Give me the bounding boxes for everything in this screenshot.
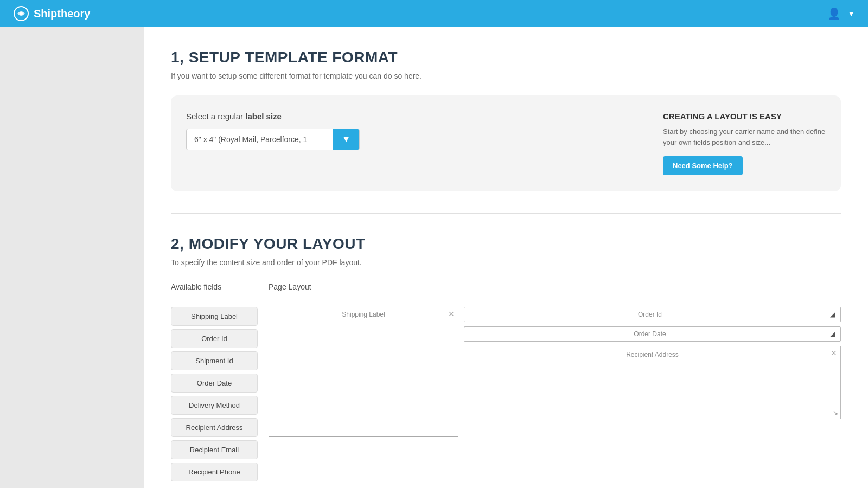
label-size-dropdown-button[interactable]: ▼: [333, 129, 359, 150]
field-recipient-address[interactable]: Recipient Address: [171, 418, 258, 437]
shipping-label-box-title: Shipping Label: [342, 311, 385, 318]
help-button[interactable]: Need Some Help?: [663, 156, 743, 175]
recipient-address-close-icon[interactable]: ✕: [831, 349, 837, 357]
logo: Shiptheory: [13, 5, 90, 22]
label-size-input[interactable]: [187, 130, 333, 149]
page-layout-col-header: Page Layout: [269, 282, 841, 292]
page-wrapper: 1, SETUP TEMPLATE FORMAT If you want to …: [0, 27, 868, 488]
field-recipient-email[interactable]: Recipient Email: [171, 440, 258, 459]
order-id-resize-icon[interactable]: ◢: [830, 311, 835, 318]
help-section: CREATING A LAYOUT IS EASY Start by choos…: [641, 112, 826, 175]
order-id-field-label: Order Id: [470, 311, 830, 318]
main-content: 1, SETUP TEMPLATE FORMAT If you want to …: [144, 27, 868, 488]
layout-columns: Shipping Label Order Id Shipment Id Orde…: [171, 307, 841, 485]
field-recipient-phone[interactable]: Recipient Phone: [171, 463, 258, 481]
order-date-field-label: Order Date: [470, 330, 830, 338]
right-fields-col: Order Id ◢ Order Date ◢ Recipient Addres…: [464, 307, 841, 485]
header: Shiptheory 👤 ▼: [0, 0, 868, 27]
layout-field-order-id: Order Id ◢: [464, 307, 841, 322]
chevron-down-icon[interactable]: ▼: [847, 9, 855, 18]
label-size-label: Select a regular label size: [186, 112, 641, 121]
user-icon[interactable]: 👤: [827, 7, 841, 20]
layout-field-order-date: Order Date ◢: [464, 326, 841, 342]
header-right: 👤 ▼: [827, 7, 855, 20]
logo-icon: [13, 5, 29, 22]
section2-title: 2, MODIFY YOUR LAYOUT: [171, 235, 841, 253]
sidebar: [0, 27, 144, 488]
recipient-address-box: Recipient Address ✕ ↘: [464, 346, 841, 419]
field-delivery-method[interactable]: Delivery Method: [171, 396, 258, 415]
svg-point-1: [20, 12, 23, 15]
page-layout-col: Shipping Label ✕ Order Id ◢ Order Date ◢…: [269, 307, 841, 485]
field-order-date[interactable]: Order Date: [171, 374, 258, 393]
recipient-address-resize-icon[interactable]: ↘: [833, 409, 838, 416]
label-size-section: Select a regular label size ▼: [186, 112, 641, 150]
available-fields-label: Available fields: [171, 282, 221, 291]
shipping-label-close-icon[interactable]: ✕: [448, 310, 455, 318]
field-shipping-label[interactable]: Shipping Label: [171, 307, 258, 326]
field-order-id[interactable]: Order Id: [171, 329, 258, 348]
template-format-card: Select a regular label size ▼ CREATING A…: [171, 95, 841, 191]
available-fields-col-header: Available fields: [171, 282, 258, 292]
shipping-label-box: Shipping Label ✕: [269, 307, 458, 437]
recipient-address-label: Recipient Address: [469, 351, 836, 358]
help-text: Start by choosing your carrier name and …: [663, 126, 826, 147]
section-divider: [171, 213, 841, 214]
section1-subtitle: If you want to setup some different form…: [171, 72, 841, 80]
help-title: CREATING A LAYOUT IS EASY: [663, 112, 826, 121]
field-shipment-id[interactable]: Shipment Id: [171, 351, 258, 370]
section1-title: 1, SETUP TEMPLATE FORMAT: [171, 49, 841, 66]
logo-text: Shiptheory: [34, 8, 90, 20]
page-layout-label: Page Layout: [269, 282, 311, 291]
order-date-resize-icon[interactable]: ◢: [830, 330, 835, 338]
available-fields-col: Shipping Label Order Id Shipment Id Orde…: [171, 307, 258, 485]
label-size-select-wrapper[interactable]: ▼: [186, 129, 360, 150]
section2-subtitle: To specify the content size and order of…: [171, 258, 841, 267]
